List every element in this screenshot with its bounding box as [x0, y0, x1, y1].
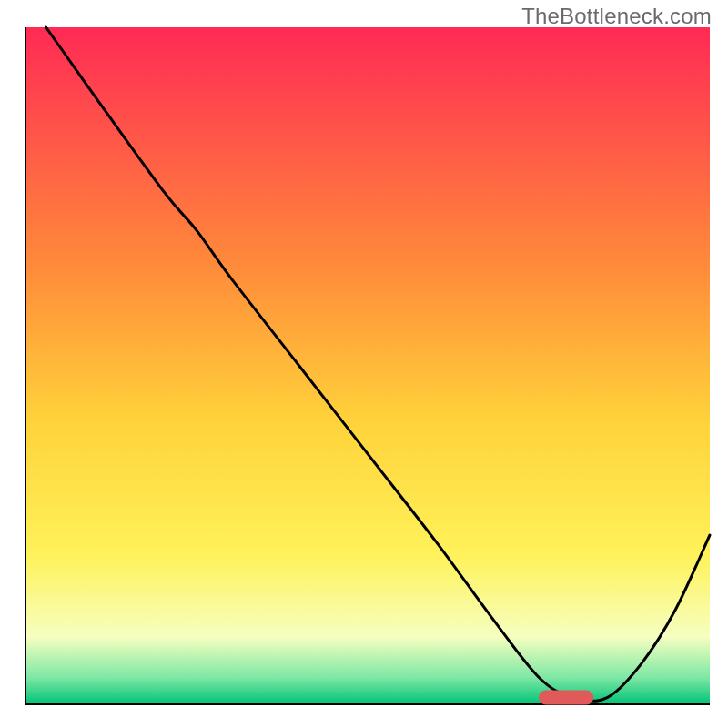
chart-svg [0, 0, 728, 728]
optimal-marker [539, 691, 593, 705]
plot-background [25, 27, 710, 704]
